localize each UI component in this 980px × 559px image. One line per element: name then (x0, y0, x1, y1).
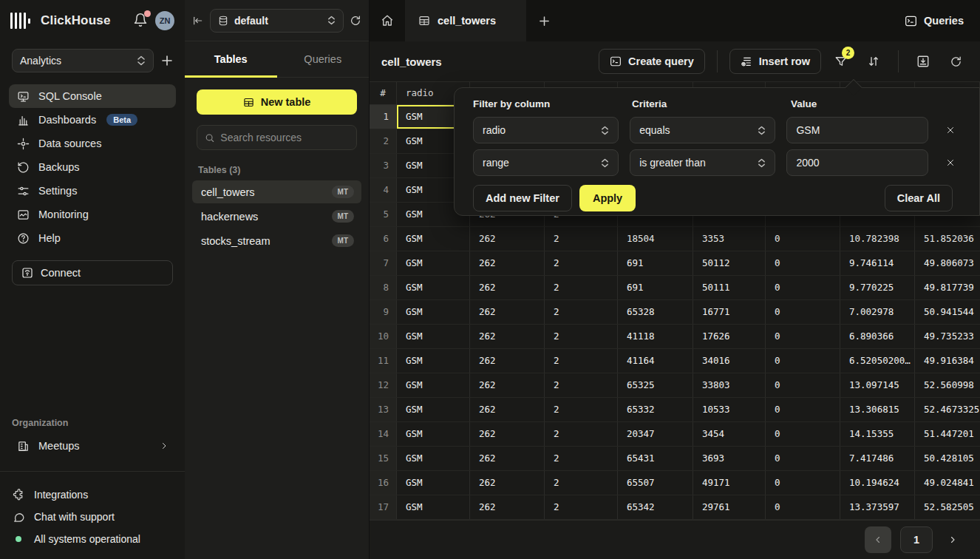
sidebar-item-dashboards[interactable]: Dashboards Beta (9, 108, 176, 132)
sidebar-item-settings[interactable]: Settings (9, 179, 176, 203)
data-cell[interactable]: 20347 (618, 422, 693, 446)
filter-column-select-1[interactable]: radio (473, 117, 619, 143)
column-header-num[interactable]: # (370, 82, 397, 104)
data-cell[interactable]: 14.15355 (840, 422, 915, 446)
collapse-panel-button[interactable] (192, 15, 204, 27)
data-cell[interactable]: 2 (545, 300, 618, 324)
download-button[interactable] (911, 49, 936, 74)
data-cell[interactable]: 262 (470, 471, 545, 495)
filter-button[interactable]: 2 (828, 49, 854, 74)
row-number-cell[interactable]: 7 (370, 251, 397, 275)
data-cell[interactable]: 17626 (693, 325, 766, 348)
row-number-cell[interactable]: 3 (370, 154, 397, 177)
remove-filter-1-button[interactable] (939, 119, 962, 141)
data-cell[interactable]: GSM (397, 373, 470, 397)
data-cell[interactable]: 2 (545, 227, 618, 251)
data-cell[interactable]: 29761 (693, 495, 766, 519)
data-cell[interactable]: 7.417486 (840, 447, 915, 470)
data-cell[interactable]: 262 (470, 251, 545, 275)
filter-column-select-2[interactable]: range (473, 149, 619, 176)
data-cell[interactable]: 49.916384 (915, 349, 980, 373)
prev-page-button[interactable] (865, 526, 891, 553)
queries-button[interactable]: Queries (888, 0, 980, 41)
data-cell[interactable]: 2 (545, 349, 618, 373)
data-cell[interactable]: 9.746114 (840, 251, 915, 275)
system-status[interactable]: All systems operational (12, 528, 173, 550)
data-cell[interactable]: GSM (397, 495, 470, 519)
data-cell[interactable]: 51.852036 (915, 227, 980, 251)
data-cell[interactable]: 2 (545, 471, 618, 495)
data-cell[interactable]: 7.002978 (840, 300, 915, 324)
data-cell[interactable]: 49.024841 (915, 471, 980, 495)
create-query-button[interactable]: Create query (599, 49, 705, 74)
data-cell[interactable]: 52.4673325 (915, 398, 980, 421)
row-number-cell[interactable]: 9 (370, 300, 397, 324)
data-cell[interactable]: 6.52050200… (840, 349, 915, 373)
data-cell[interactable]: 18504 (618, 227, 693, 251)
data-cell[interactable]: 41118 (618, 325, 693, 348)
data-cell[interactable]: 13.097145 (840, 373, 915, 397)
data-cell[interactable]: 262 (470, 227, 545, 251)
data-cell[interactable]: GSM (397, 422, 470, 446)
refresh-tables-button[interactable] (350, 15, 361, 27)
row-number-cell[interactable]: 13 (370, 398, 397, 421)
data-cell[interactable]: 49.806073 (915, 251, 980, 275)
data-cell[interactable]: 691 (618, 251, 693, 275)
data-cell[interactable]: 0 (766, 300, 840, 324)
sidebar-item-monitoring[interactable]: Monitoring (9, 203, 176, 226)
integrations-link[interactable]: Integrations (12, 484, 173, 506)
data-cell[interactable]: 0 (766, 251, 840, 275)
row-number-cell[interactable]: 4 (370, 178, 397, 202)
sidebar-item-meetups[interactable]: Meetups (9, 434, 176, 458)
sidebar-item-backups[interactable]: Backups (9, 155, 176, 179)
apply-filters-button[interactable]: Apply (579, 185, 636, 211)
data-cell[interactable]: 49171 (693, 471, 766, 495)
data-cell[interactable]: 691 (618, 276, 693, 299)
data-cell[interactable]: 3454 (693, 422, 766, 446)
data-cell[interactable]: 50111 (693, 276, 766, 299)
data-cell[interactable]: GSM (397, 471, 470, 495)
data-cell[interactable]: GSM (397, 349, 470, 373)
data-cell[interactable]: 0 (766, 349, 840, 373)
row-number-cell[interactable]: 1 (370, 105, 397, 129)
data-cell[interactable]: 50.941544 (915, 300, 980, 324)
data-cell[interactable]: 49.817739 (915, 276, 980, 299)
refresh-data-button[interactable] (943, 49, 968, 74)
data-cell[interactable]: 262 (470, 422, 545, 446)
row-number-cell[interactable]: 15 (370, 447, 397, 470)
data-cell[interactable]: 0 (766, 471, 840, 495)
row-number-cell[interactable]: 5 (370, 203, 397, 226)
data-cell[interactable]: 65507 (618, 471, 693, 495)
table-item-stocks-stream[interactable]: stocks_stream MT (192, 229, 361, 252)
filter-value-input-1[interactable] (786, 117, 928, 143)
data-cell[interactable]: 41164 (618, 349, 693, 373)
remove-filter-2-button[interactable] (939, 152, 962, 174)
data-cell[interactable]: 52.560998 (915, 373, 980, 397)
row-number-cell[interactable]: 17 (370, 495, 397, 519)
data-cell[interactable]: 0 (766, 447, 840, 470)
data-cell[interactable]: 262 (470, 373, 545, 397)
user-avatar[interactable]: ZN (155, 11, 174, 30)
data-cell[interactable]: 3353 (693, 227, 766, 251)
row-number-cell[interactable]: 8 (370, 276, 397, 299)
data-cell[interactable]: 262 (470, 276, 545, 299)
data-cell[interactable]: 0 (766, 227, 840, 251)
new-table-button[interactable]: New table (197, 89, 357, 115)
data-cell[interactable]: 0 (766, 373, 840, 397)
row-number-cell[interactable]: 16 (370, 471, 397, 495)
data-cell[interactable]: 0 (766, 422, 840, 446)
data-cell[interactable]: 2 (545, 495, 618, 519)
data-cell[interactable]: 3693 (693, 447, 766, 470)
filter-criteria-select-1[interactable]: equals (630, 117, 775, 143)
search-input[interactable] (220, 132, 349, 143)
add-new-filter-button[interactable]: Add new Filter (473, 185, 572, 211)
data-cell[interactable]: 13.306815 (840, 398, 915, 421)
data-cell[interactable]: 10.194624 (840, 471, 915, 495)
tab-tables[interactable]: Tables (185, 41, 277, 77)
next-page-button[interactable] (942, 526, 964, 553)
data-cell[interactable]: 50.428105 (915, 447, 980, 470)
data-cell[interactable]: 262 (470, 495, 545, 519)
tab-queries[interactable]: Queries (277, 41, 370, 77)
data-cell[interactable]: GSM (397, 251, 470, 275)
connect-button[interactable]: Connect (12, 260, 173, 285)
